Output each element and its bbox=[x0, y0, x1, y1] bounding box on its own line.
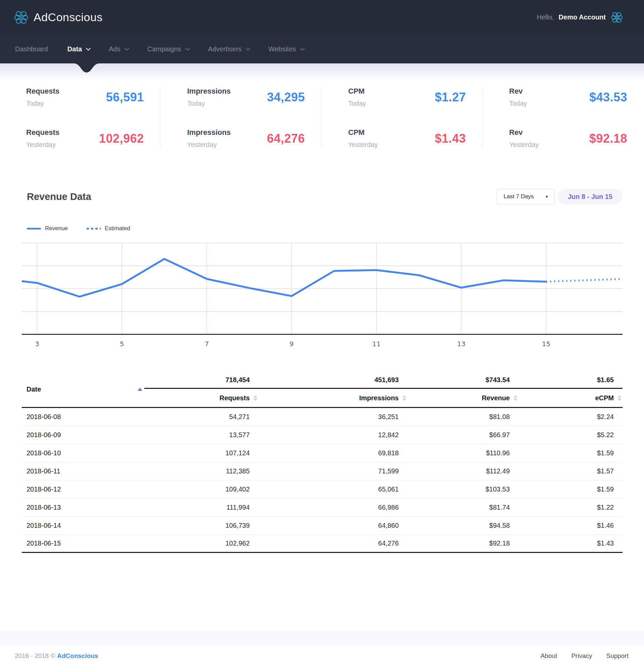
series-revenue bbox=[22, 259, 546, 297]
table-row: 2018-06-12 109,402 65,061 $103.53 $1.59 bbox=[22, 481, 623, 499]
cell-revenue: $103.53 bbox=[407, 486, 518, 493]
pre-footer-band bbox=[0, 631, 644, 645]
cell-requests: 112,385 bbox=[144, 467, 258, 475]
nav-label: Data bbox=[67, 45, 82, 53]
cell-impressions: 64,860 bbox=[258, 522, 407, 530]
total-ecpm: $1.65 bbox=[518, 371, 623, 389]
stat-period: Today bbox=[26, 100, 60, 107]
cell-requests: 109,402 bbox=[144, 486, 258, 493]
nav-label: Advertisers bbox=[208, 45, 242, 53]
copyright-text: 2016 - 2018 © AdConscious bbox=[15, 652, 98, 660]
stat-column-rev: Rev Today $43.53 Rev Yesterday $92.18 bbox=[483, 87, 644, 149]
date-range-select[interactable]: Last 7 Days ▼ bbox=[497, 189, 554, 204]
cell-revenue: $92.18 bbox=[407, 539, 518, 547]
stats-summary: Requests Today 56,591 Requests Yesterday… bbox=[0, 63, 644, 169]
footer-link-support[interactable]: Support bbox=[606, 652, 629, 660]
copyright-years: 2016 - 2018 © bbox=[15, 652, 55, 659]
date-range-badge[interactable]: Jun 8 - Jun 15 bbox=[558, 189, 623, 204]
nav-item-ads[interactable]: Ads bbox=[109, 45, 128, 53]
column-header-label: eCPM bbox=[595, 394, 614, 402]
cell-revenue: $112.49 bbox=[407, 467, 518, 475]
column-header-label: Impressions bbox=[359, 394, 399, 402]
cell-ecpm: $1.59 bbox=[518, 449, 623, 457]
x-tick-label: 7 bbox=[205, 340, 209, 348]
cell-impressions: 71,599 bbox=[258, 467, 407, 475]
x-tick-label: 15 bbox=[542, 340, 550, 348]
brand[interactable]: AdConscious bbox=[13, 10, 103, 25]
cell-impressions: 64,276 bbox=[258, 539, 407, 547]
nav-item-advertisers[interactable]: Advertisers bbox=[208, 45, 249, 53]
account-menu[interactable]: Hello, Demo Account bbox=[537, 11, 623, 24]
brand-name: AdConscious bbox=[34, 11, 103, 24]
nav-item-data[interactable]: Data bbox=[67, 45, 89, 53]
date-range-text: Jun 8 - Jun 15 bbox=[568, 193, 612, 201]
chevron-down-icon bbox=[300, 46, 305, 51]
date-range-select-value: Last 7 Days bbox=[504, 193, 534, 200]
cell-requests: 13,577 bbox=[144, 431, 258, 439]
cell-impressions: 12,842 bbox=[258, 431, 407, 439]
cell-date: 2018-06-10 bbox=[22, 449, 144, 457]
greeting-text: Hello, bbox=[537, 13, 554, 21]
stat-value: 64,276 bbox=[267, 131, 305, 146]
series-estimated bbox=[546, 279, 623, 281]
x-tick-label: 11 bbox=[372, 340, 381, 348]
top-header: AdConscious Hello, Demo Account bbox=[0, 0, 644, 35]
table-row: 2018-06-13 111,994 66,986 $81.74 $1.22 bbox=[22, 499, 623, 517]
stat-title: Impressions bbox=[187, 128, 231, 137]
cell-date: 2018-06-13 bbox=[22, 504, 144, 511]
column-header-label: Requests bbox=[220, 394, 250, 402]
cell-date: 2018-06-09 bbox=[22, 431, 144, 439]
cell-requests: 102,962 bbox=[144, 539, 258, 547]
total-requests: 718,454 bbox=[144, 371, 258, 389]
footer-brand-link[interactable]: AdConscious bbox=[57, 652, 98, 659]
stat-title: CPM bbox=[348, 87, 366, 96]
stat-card-impressions-yesterday: Impressions Yesterday 64,276 bbox=[187, 128, 305, 149]
cell-ecpm: $1.22 bbox=[518, 504, 623, 511]
page: AdConscious Hello, Demo Account Dashboar… bbox=[0, 0, 644, 667]
stat-title: CPM bbox=[348, 128, 378, 137]
total-revenue: $743.54 bbox=[407, 371, 518, 389]
stat-period: Yesterday bbox=[348, 141, 378, 149]
stat-period: Yesterday bbox=[26, 141, 60, 149]
column-header-revenue[interactable]: Revenue bbox=[407, 389, 518, 407]
stat-card-requests-today: Requests Today 56,591 bbox=[26, 87, 144, 107]
stat-card-impressions-today: Impressions Today 34,295 bbox=[187, 87, 305, 107]
table-row: 2018-06-15 102,962 64,276 $92.18 $1.43 bbox=[22, 535, 623, 553]
column-header-date[interactable]: Date bbox=[22, 371, 144, 407]
x-tick-label: 9 bbox=[290, 340, 294, 348]
cell-revenue: $81.74 bbox=[407, 504, 518, 511]
revenue-chart: 3579111315 bbox=[22, 242, 623, 354]
column-header-impressions[interactable]: Impressions bbox=[258, 389, 407, 407]
footer-link-about[interactable]: About bbox=[541, 652, 558, 660]
cell-date: 2018-06-08 bbox=[22, 413, 144, 421]
dotted-line-swatch bbox=[86, 228, 101, 229]
cell-ecpm: $1.59 bbox=[518, 486, 623, 493]
cell-revenue: $66.97 bbox=[407, 431, 518, 439]
nav-item-websites[interactable]: Websites bbox=[269, 45, 303, 53]
cell-ecpm: $5.22 bbox=[518, 431, 623, 439]
cell-requests: 111,994 bbox=[144, 504, 258, 511]
cell-revenue: $110.96 bbox=[407, 449, 518, 457]
cell-ecpm: $1.46 bbox=[518, 522, 623, 530]
cell-requests: 54,271 bbox=[144, 413, 258, 421]
nav-label: Dashboard bbox=[15, 45, 48, 53]
cell-impressions: 65,061 bbox=[258, 486, 407, 493]
nav-item-campaigns[interactable]: Campaigns bbox=[147, 45, 189, 53]
nav-item-dashboard[interactable]: Dashboard bbox=[15, 45, 48, 53]
chart-legend: Revenue Estimated bbox=[27, 225, 644, 232]
column-header-ecpm[interactable]: eCPM bbox=[518, 389, 623, 407]
stat-title: Impressions bbox=[187, 87, 231, 96]
stat-period: Today bbox=[348, 100, 366, 107]
nav-label: Campaigns bbox=[147, 45, 181, 53]
stat-card-rev-today: Rev Today $43.53 bbox=[509, 87, 627, 107]
cell-requests: 107,124 bbox=[144, 449, 258, 457]
brain-logo-icon bbox=[13, 10, 29, 25]
column-header-requests[interactable]: Requests bbox=[144, 389, 258, 407]
footer-link-privacy[interactable]: Privacy bbox=[571, 652, 592, 660]
stat-card-rev-yesterday: Rev Yesterday $92.18 bbox=[509, 128, 627, 149]
stat-value: 56,591 bbox=[106, 90, 144, 104]
stat-value: $1.43 bbox=[435, 131, 466, 146]
stat-title: Requests bbox=[26, 128, 60, 137]
section-title: Revenue Data bbox=[27, 191, 91, 202]
table-row: 2018-06-11 112,385 71,599 $112.49 $1.57 bbox=[22, 462, 623, 481]
